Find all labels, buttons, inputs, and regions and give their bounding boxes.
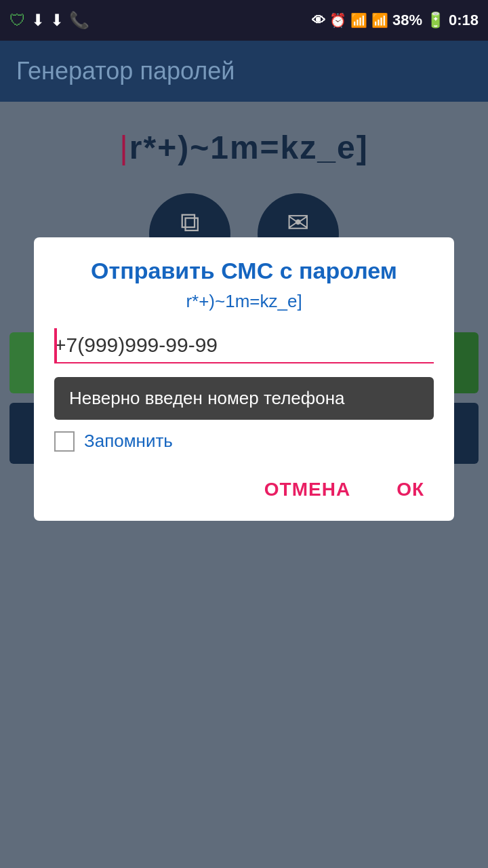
wifi-icon: 📶 [350, 12, 367, 28]
status-icons-left: 🛡 ⬇ ⬇ 📞 [9, 11, 89, 30]
phone-input-container [54, 328, 434, 363]
eye-icon: 👁 [312, 13, 325, 28]
signal-icon: 📶 [371, 12, 388, 28]
dialog-subtitle: r*+)~1m=kz_e] [54, 291, 434, 312]
phone-input[interactable] [54, 328, 434, 363]
battery-percent: 38% [392, 12, 422, 29]
dialog-title: Отправить СМС с паролем [54, 258, 434, 284]
dialog-actions: ОТМЕНА ОК [54, 472, 434, 507]
app-bar: Генератор паролей [0, 41, 488, 102]
sms-dialog: Отправить СМС с паролем r*+)~1m=kz_e] Не… [34, 237, 454, 521]
error-tooltip: Неверно введен номер телефона [54, 377, 434, 420]
ok-button[interactable]: ОК [387, 472, 434, 507]
status-bar: 🛡 ⬇ ⬇ 📞 👁 ⏰ 📶 📶 38% 🔋 0:18 [0, 0, 488, 41]
main-content: |r*+)~1m=kz_e] ⧉ Copy ✉ SMS Отправить СМ… [0, 102, 488, 868]
remember-label: Запомнить [84, 431, 173, 452]
clock: 0:18 [449, 12, 479, 29]
cancel-button[interactable]: ОТМЕНА [255, 472, 360, 507]
download-icon-2: ⬇ [50, 11, 64, 30]
battery-icon: 🔋 [426, 12, 445, 29]
input-left-bar [54, 328, 57, 363]
dialog-overlay: Отправить СМС с паролем r*+)~1m=kz_e] Не… [0, 102, 488, 868]
remember-checkbox[interactable] [54, 431, 75, 452]
alarm-icon: ⏰ [329, 12, 346, 28]
status-icons-right: 👁 ⏰ 📶 📶 38% 🔋 0:18 [312, 12, 479, 29]
app-title: Генератор паролей [16, 57, 235, 85]
download-icon-1: ⬇ [31, 11, 45, 30]
viber-icon: 📞 [69, 11, 89, 30]
shield-icon: 🛡 [9, 11, 26, 30]
remember-row: Запомнить [54, 431, 434, 452]
